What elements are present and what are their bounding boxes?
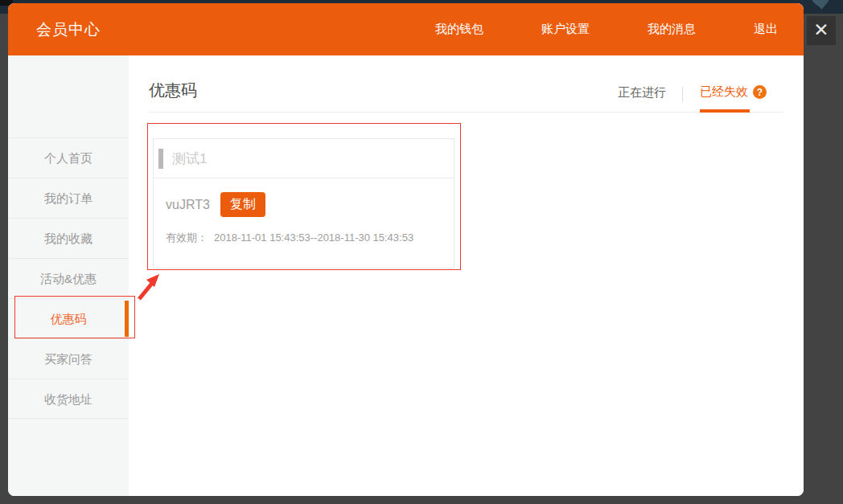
sidebar-item-shipping-address[interactable]: 收货地址 (8, 379, 129, 419)
sidebar: 个人首页 我的订单 我的收藏 活动&优惠 优惠码 买家问答 收货地址 (8, 55, 129, 496)
validity-value: 2018-11-01 15:43:53--2018-11-30 15:43:53 (214, 232, 413, 244)
close-icon[interactable]: ✕ (807, 16, 836, 45)
help-question-icon[interactable]: ? (753, 85, 767, 99)
nav-my-wallet[interactable]: 我的钱包 (435, 22, 483, 37)
sidebar-item-label: 优惠码 (51, 312, 87, 326)
member-center-modal: 会员中心 我的钱包 账户设置 我的消息 退出 个人首页 我的订单 我的收藏 活动… (8, 3, 804, 496)
tab-separator (682, 87, 683, 102)
nav-account-settings[interactable]: 账户设置 (541, 22, 590, 37)
tab-in-progress[interactable]: 正在进行 (618, 85, 666, 100)
sidebar-item-buyer-qa[interactable]: 买家问答 (8, 338, 129, 379)
modal-header: 会员中心 我的钱包 账户设置 我的消息 退出 (8, 3, 804, 55)
sidebar-item-activities[interactable]: 活动&优惠 (8, 258, 129, 298)
coupon-title-bar-icon (158, 149, 163, 169)
tab-expired[interactable]: 已经失效 ? (700, 84, 767, 100)
nav-logout[interactable]: 退出 (754, 22, 778, 37)
page-title: 会员中心 (36, 19, 101, 40)
coupon-card-header: 测试1 (154, 139, 454, 178)
section-divider (149, 112, 783, 113)
tab-expired-label: 已经失效 (700, 84, 748, 100)
copy-button[interactable]: 复制 (220, 192, 265, 217)
main-content: 优惠码 正在进行 已经失效 ? 测试1 vuJRT3 复制 有效期：2018-1… (129, 55, 804, 496)
coupon-card: 测试1 vuJRT3 复制 有效期：2018-11-01 15:43:53--2… (153, 138, 454, 268)
sidebar-item-home[interactable]: 个人首页 (8, 137, 129, 178)
sidebar-item-favorites[interactable]: 我的收藏 (8, 218, 129, 258)
sidebar-item-orders[interactable]: 我的订单 (8, 178, 129, 218)
coupon-validity: 有效期：2018-11-01 15:43:53--2018-11-30 15:4… (166, 231, 454, 245)
coupon-card-body: vuJRT3 复制 有效期：2018-11-01 15:43:53--2018-… (154, 192, 454, 245)
active-tab-underline (700, 109, 750, 113)
coupon-name: 测试1 (172, 150, 207, 168)
validity-label: 有效期： (166, 232, 208, 244)
header-nav: 我的钱包 账户设置 我的消息 退出 (435, 3, 778, 55)
section-title: 优惠码 (149, 80, 197, 101)
sidebar-menu: 个人首页 我的订单 我的收藏 活动&优惠 优惠码 买家问答 收货地址 (8, 137, 129, 419)
nav-my-messages[interactable]: 我的消息 (648, 22, 696, 37)
coupon-code-value: vuJRT3 (166, 198, 210, 212)
sidebar-item-coupon-code[interactable]: 优惠码 (8, 298, 129, 338)
